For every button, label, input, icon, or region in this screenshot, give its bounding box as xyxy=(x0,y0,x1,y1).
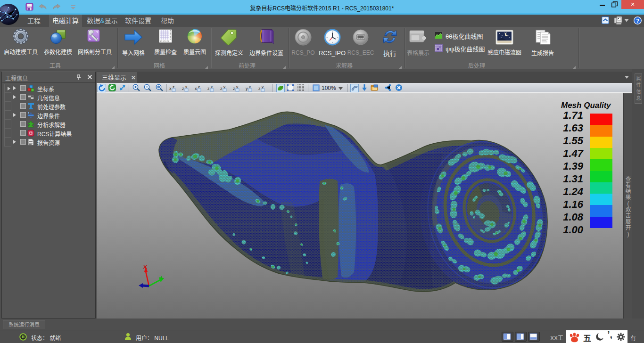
svg-text:z: z xyxy=(207,86,210,91)
svg-text:y: y xyxy=(246,86,248,91)
svg-text:x: x xyxy=(195,86,197,91)
svg-text:z: z xyxy=(220,86,223,91)
svg-text:z: z xyxy=(233,86,235,91)
svg-text:x: x xyxy=(169,86,172,91)
svg-text:z: z xyxy=(182,86,184,91)
svg-text:?: ? xyxy=(636,18,639,24)
svg-text:z: z xyxy=(258,86,261,91)
